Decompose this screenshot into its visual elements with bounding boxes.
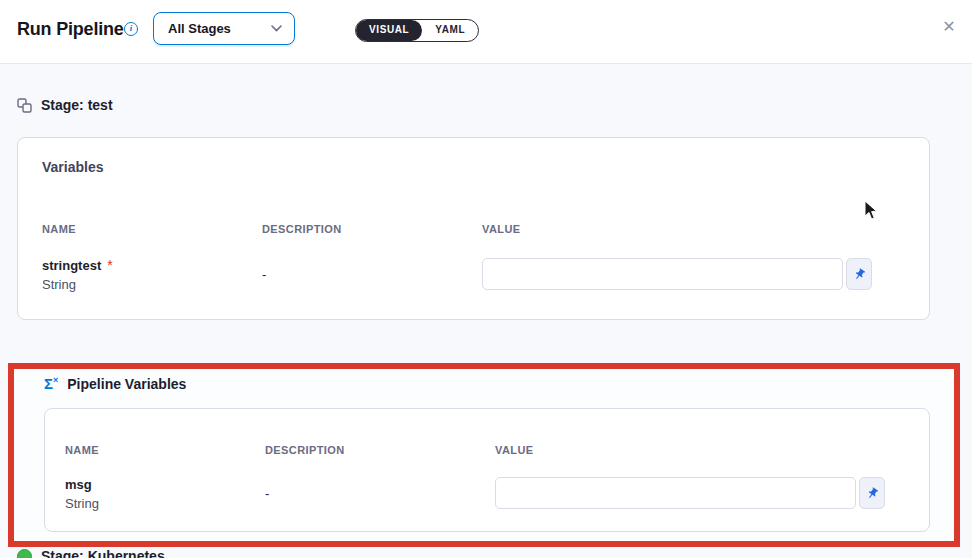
pipeline-variables-title: Pipeline Variables	[67, 376, 186, 392]
column-value: VALUE	[495, 444, 909, 456]
variable-type: String	[65, 496, 265, 511]
column-description: DESCRIPTION	[265, 444, 495, 456]
msg-value-input[interactable]	[495, 477, 856, 509]
chevron-down-icon	[271, 25, 282, 32]
pin-icon	[850, 265, 868, 283]
stage-icon	[17, 98, 32, 113]
variable-name-cell: msg String	[65, 475, 265, 511]
kubernetes-status-icon	[17, 549, 32, 558]
column-name: NAME	[42, 223, 262, 235]
stage-filter-value: All Stages	[168, 21, 231, 36]
column-description: DESCRIPTION	[262, 223, 482, 235]
table-row: stringtest* String -	[42, 256, 905, 292]
pin-button[interactable]	[859, 477, 885, 509]
pipeline-variables-header: Σ× Pipeline Variables	[44, 375, 186, 392]
stringtest-value-input[interactable]	[482, 258, 843, 290]
stage-test-label: Stage: test	[41, 97, 113, 113]
page-title: Run Pipeline	[17, 19, 124, 40]
variables-card: Variables NAME DESCRIPTION VALUE stringt…	[17, 137, 930, 320]
pipeline-variables-column-headers: NAME DESCRIPTION VALUE	[65, 444, 909, 456]
variable-description: -	[262, 267, 482, 282]
variable-value-cell	[495, 477, 885, 509]
required-asterisk: *	[107, 257, 112, 273]
close-icon[interactable]: ✕	[939, 17, 959, 37]
variables-column-headers: NAME DESCRIPTION VALUE	[42, 223, 905, 235]
stage-kubernetes-label: Stage: Kubernetes	[41, 548, 165, 558]
tab-visual[interactable]: VISUAL	[356, 20, 422, 41]
variable-description: -	[265, 486, 495, 501]
visual-yaml-toggle: VISUAL YAML	[355, 19, 479, 42]
variable-name-cell: stringtest* String	[42, 256, 262, 292]
info-icon[interactable]: i	[124, 22, 138, 36]
modal-header: Run Pipeline i All Stages VISUAL YAML ✕	[0, 0, 972, 64]
variable-type: String	[42, 277, 262, 292]
table-row: msg String -	[65, 475, 909, 511]
variable-name: msg	[65, 477, 92, 492]
stage-test-header: Stage: test	[17, 97, 113, 113]
tab-yaml[interactable]: YAML	[422, 20, 478, 41]
pipeline-variables-highlight: Σ× Pipeline Variables NAME DESCRIPTION V…	[8, 363, 960, 547]
column-value: VALUE	[482, 223, 905, 235]
stage-filter-dropdown[interactable]: All Stages	[153, 12, 295, 45]
pin-button[interactable]	[846, 258, 872, 290]
variable-name: stringtest	[42, 258, 101, 273]
sigma-variables-icon: Σ×	[44, 375, 58, 392]
variable-value-cell	[482, 258, 872, 290]
pipeline-variables-card: NAME DESCRIPTION VALUE msg String -	[44, 408, 930, 532]
mouse-cursor	[864, 200, 878, 221]
stage-kubernetes-header: Stage: Kubernetes	[17, 548, 165, 558]
column-name: NAME	[65, 444, 265, 456]
pin-icon	[863, 484, 881, 502]
variables-card-title: Variables	[42, 159, 104, 175]
